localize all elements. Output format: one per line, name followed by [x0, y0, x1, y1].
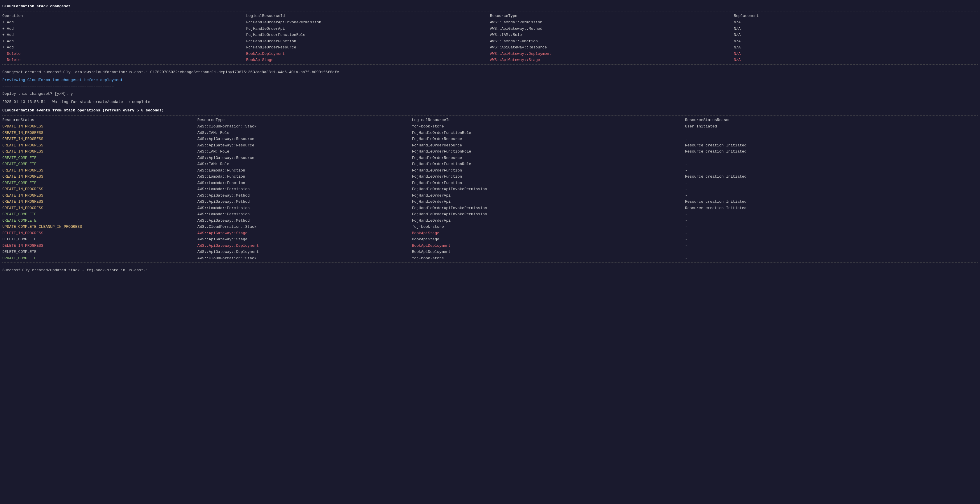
- events-title: CloudFormation events from stack operati…: [2, 108, 978, 113]
- event-reason: -: [685, 186, 978, 192]
- deploy-prompt: Deploy this changeset? [y/N]: y: [2, 91, 978, 97]
- event-reason: -: [685, 180, 978, 186]
- event-resource-type: AWS::CloudFormation::Stack: [197, 123, 412, 130]
- event-resource-type: AWS::ApiGateway::Deployment: [197, 243, 412, 249]
- row-operation: - Delete: [2, 51, 246, 57]
- event-reason: -: [685, 236, 978, 243]
- event-resource-type: AWS::IAM::Role: [197, 148, 412, 155]
- changeset-row: + Add FcjHandleOrderResource AWS::ApiGat…: [2, 45, 978, 51]
- changeset-arn: Changeset created successfully. arn:aws:…: [2, 69, 978, 75]
- events-row: DELETE_IN_PROGRESS AWS::ApiGateway::Stag…: [2, 230, 978, 237]
- row-resource: AWS::ApiGateway::Stage: [490, 57, 734, 63]
- changeset-row: - Delete BookApiDeployment AWS::ApiGatew…: [2, 51, 978, 57]
- event-status: UPDATE_COMPLETE_CLEANUP_IN_PROGRESS: [2, 224, 197, 230]
- divider-changeset-bottom: [2, 64, 978, 65]
- event-logical: FcjHandleOrderFunction: [412, 167, 685, 174]
- event-logical: FcjHandleOrderResource: [412, 136, 685, 142]
- row-logical: FcjHandleOrderResource: [246, 45, 490, 51]
- event-reason: -: [685, 243, 978, 249]
- event-resource-type: AWS::ApiGateway::Method: [197, 199, 412, 205]
- event-status: CREATE_IN_PROGRESS: [2, 173, 197, 180]
- event-reason: Resource creation Initiated: [685, 148, 978, 155]
- row-operation: + Add: [2, 45, 246, 51]
- row-resource: AWS::ApiGateway::Method: [490, 25, 734, 32]
- event-resource-type: AWS::Lambda::Function: [197, 173, 412, 180]
- events-row: CREATE_IN_PROGRESS AWS::ApiGateway::Reso…: [2, 142, 978, 149]
- events-row: CREATE_IN_PROGRESS AWS::Lambda::Permissi…: [2, 205, 978, 211]
- event-status: CREATE_COMPLETE: [2, 180, 197, 186]
- events-col-status: ResourceStatus: [2, 117, 197, 124]
- event-resource-type: AWS::CloudFormation::Stack: [197, 224, 412, 230]
- events-col-logical: LogicalResourceId: [412, 117, 685, 124]
- events-table: ResourceStatus ResourceType LogicalResou…: [2, 117, 978, 262]
- events-row: DELETE_IN_PROGRESS AWS::ApiGateway::Depl…: [2, 243, 978, 249]
- event-resource-type: AWS::Lambda::Function: [197, 167, 412, 174]
- event-status: CREATE_COMPLETE: [2, 211, 197, 218]
- events-row: CREATE_IN_PROGRESS AWS::ApiGateway::Reso…: [2, 136, 978, 142]
- event-logical: fcj-book-store: [412, 255, 685, 262]
- page-title: CloudFormation stack changeset: [2, 3, 978, 10]
- row-operation: - Delete: [2, 57, 246, 63]
- event-resource-type: AWS::ApiGateway::Stage: [197, 230, 412, 237]
- col-header-operation: Operation: [2, 13, 246, 19]
- equals-line: ========================================…: [2, 84, 978, 89]
- event-resource-type: AWS::IAM::Role: [197, 161, 412, 167]
- row-operation: + Add: [2, 32, 246, 38]
- events-row: CREATE_COMPLETE AWS::IAM::Role FcjHandle…: [2, 161, 978, 167]
- timestamp-line: 2025-01-13 13:58:54 - Waiting for stack …: [2, 99, 978, 105]
- changeset-row: + Add FcjHandleOrderApiInvokePermission …: [2, 19, 978, 25]
- event-resource-type: AWS::Lambda::Permission: [197, 211, 412, 218]
- row-resource: AWS::ApiGateway::Resource: [490, 45, 734, 51]
- event-reason: -: [685, 155, 978, 161]
- event-reason: Resource creation Initiated: [685, 205, 978, 211]
- row-resource: AWS::IAM::Role: [490, 32, 734, 38]
- event-logical: BookApiStage: [412, 236, 685, 243]
- event-reason: -: [685, 192, 978, 199]
- events-col-reason: ResourceStatusReason: [685, 117, 978, 124]
- event-reason: -: [685, 167, 978, 174]
- events-row: DELETE_COMPLETE AWS::ApiGateway::Stage B…: [2, 236, 978, 243]
- events-row: CREATE_IN_PROGRESS AWS::IAM::Role FcjHan…: [2, 148, 978, 155]
- events-row: CREATE_IN_PROGRESS AWS::ApiGateway::Meth…: [2, 199, 978, 205]
- row-logical: FcjHandleOrderApiInvokePermission: [246, 19, 490, 25]
- row-replacement: N/A: [734, 57, 978, 63]
- events-row: CREATE_COMPLETE AWS::ApiGateway::Method …: [2, 218, 978, 224]
- events-row: CREATE_COMPLETE AWS::ApiGateway::Resourc…: [2, 155, 978, 161]
- event-logical: FcjHandleOrderApi: [412, 218, 685, 224]
- event-logical: fcj-book-store: [412, 123, 685, 130]
- event-logical: BookApiDeployment: [412, 243, 685, 249]
- event-resource-type: AWS::Lambda::Function: [197, 180, 412, 186]
- event-logical: FcjHandleOrderApi: [412, 199, 685, 205]
- event-status: CREATE_IN_PROGRESS: [2, 148, 197, 155]
- divider-top: [2, 11, 978, 11]
- event-status: DELETE_IN_PROGRESS: [2, 243, 197, 249]
- event-status: DELETE_COMPLETE: [2, 236, 197, 243]
- events-row: CREATE_IN_PROGRESS AWS::ApiGateway::Meth…: [2, 192, 978, 199]
- event-reason: -: [685, 218, 978, 224]
- event-logical: BookApiDeployment: [412, 249, 685, 255]
- event-status: CREATE_COMPLETE: [2, 218, 197, 224]
- row-resource: AWS::Lambda::Permission: [490, 19, 734, 25]
- row-logical: FcjHandleOrderFunctionRole: [246, 32, 490, 38]
- col-header-logical: LogicalResourceId: [246, 13, 490, 19]
- event-logical: FcjHandleOrderResource: [412, 155, 685, 161]
- changeset-row: + Add FcjHandleOrderFunction AWS::Lambda…: [2, 38, 978, 45]
- event-resource-type: AWS::ApiGateway::Resource: [197, 155, 412, 161]
- event-status: UPDATE_COMPLETE: [2, 255, 197, 262]
- event-resource-type: AWS::ApiGateway::Deployment: [197, 249, 412, 255]
- row-resource: AWS::ApiGateway::Deployment: [490, 51, 734, 57]
- event-status: CREATE_IN_PROGRESS: [2, 192, 197, 199]
- event-reason: -: [685, 161, 978, 167]
- events-row: UPDATE_COMPLETE_CLEANUP_IN_PROGRESS AWS:…: [2, 224, 978, 230]
- preview-title: Previewing CloudFormation changeset befo…: [2, 77, 978, 83]
- events-row: CREATE_COMPLETE AWS::Lambda::Function Fc…: [2, 180, 978, 186]
- row-operation: + Add: [2, 38, 246, 45]
- event-resource-type: AWS::CloudFormation::Stack: [197, 255, 412, 262]
- event-reason: -: [685, 130, 978, 136]
- changeset-row: + Add FcjHandleOrderApi AWS::ApiGateway:…: [2, 25, 978, 32]
- events-row: CREATE_IN_PROGRESS AWS::Lambda::Function…: [2, 167, 978, 174]
- event-status: CREATE_COMPLETE: [2, 155, 197, 161]
- event-resource-type: AWS::IAM::Role: [197, 130, 412, 136]
- event-reason: -: [685, 230, 978, 237]
- events-row: UPDATE_COMPLETE AWS::CloudFormation::Sta…: [2, 255, 978, 262]
